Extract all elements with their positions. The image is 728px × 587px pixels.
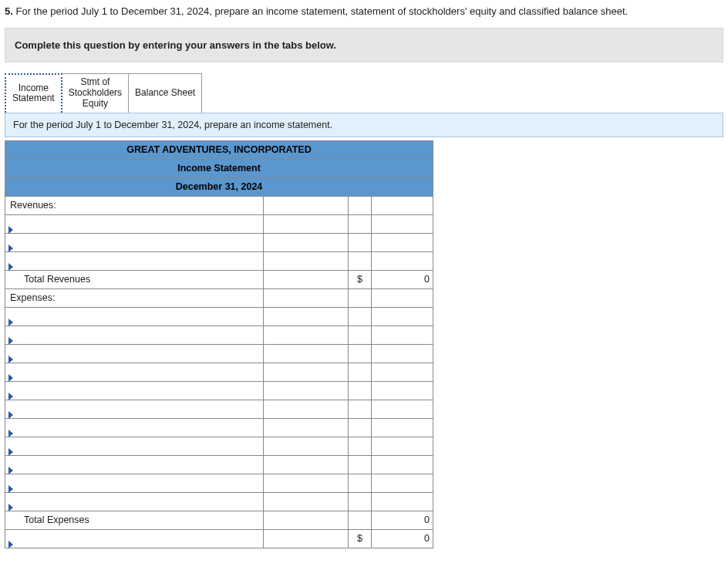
statement-title: Income Statement: [5, 159, 433, 177]
computed-amount: [372, 363, 433, 381]
tab-label: Balance Sheet: [135, 88, 195, 99]
computed-amount: [372, 214, 433, 233]
question-body: For the period July 1 to December 31, 20…: [15, 5, 628, 17]
account-dropdown[interactable]: [5, 492, 264, 511]
account-dropdown[interactable]: [5, 455, 264, 474]
currency-cell: $: [349, 529, 372, 548]
empty-cell: [264, 511, 349, 529]
total-amount: 0: [372, 270, 433, 288]
computed-amount: [372, 418, 433, 437]
total-label: Total Expenses: [5, 511, 264, 529]
amount-input[interactable]: [264, 529, 349, 548]
table-row: $0: [5, 529, 433, 548]
amount-input[interactable]: [264, 363, 349, 381]
currency-cell: [349, 455, 372, 474]
currency-cell: [349, 474, 372, 492]
tabs: Income StatementStmt of Stockholders Equ…: [5, 73, 723, 112]
account-dropdown[interactable]: [5, 214, 264, 233]
statement-date: December 31, 2024: [5, 177, 433, 196]
account-dropdown[interactable]: [5, 233, 264, 251]
table-row: [5, 418, 433, 437]
amount-input[interactable]: [264, 381, 349, 400]
table-row: [5, 233, 433, 251]
currency-cell: [349, 214, 372, 233]
account-dropdown[interactable]: [5, 437, 264, 455]
table-row: [5, 307, 433, 326]
computed-amount: [372, 455, 433, 474]
tab-2[interactable]: Balance Sheet: [129, 73, 202, 112]
computed-amount: [372, 400, 433, 418]
currency-cell: [349, 381, 372, 400]
amount-input[interactable]: [264, 474, 349, 492]
subprompt-bar: For the period July 1 to December 31, 20…: [5, 113, 723, 137]
currency-cell: [349, 251, 372, 270]
income-statement-table: GREAT ADVENTURES, INCORPORATEDIncome Sta…: [5, 140, 433, 548]
computed-amount: [372, 251, 433, 270]
account-dropdown[interactable]: [5, 418, 264, 437]
amount-input[interactable]: [264, 437, 349, 455]
empty-cell: [264, 288, 349, 307]
worksheet: GREAT ADVENTURES, INCORPORATEDIncome Sta…: [5, 140, 723, 548]
empty-cell: [264, 196, 349, 214]
table-row: [5, 214, 433, 233]
currency-cell: [349, 511, 372, 529]
amount-input[interactable]: [264, 400, 349, 418]
table-row: [5, 344, 433, 363]
currency-cell: [349, 233, 372, 251]
table-row: [5, 437, 433, 455]
computed-amount: [372, 344, 433, 363]
account-dropdown[interactable]: [5, 529, 264, 548]
section-label: Revenues:: [5, 196, 264, 214]
amount-input[interactable]: [264, 455, 349, 474]
table-row: Expenses:: [5, 288, 433, 307]
currency-cell: [349, 437, 372, 455]
amount-input[interactable]: [264, 251, 349, 270]
question-text: 5. For the period July 1 to December 31,…: [5, 5, 723, 19]
table-row: [5, 400, 433, 418]
currency-cell: [349, 492, 372, 511]
computed-amount: [372, 326, 433, 344]
amount-input[interactable]: [264, 344, 349, 363]
account-dropdown[interactable]: [5, 326, 264, 344]
account-dropdown[interactable]: [5, 400, 264, 418]
empty-cell: [349, 196, 372, 214]
amount-input[interactable]: [264, 418, 349, 437]
amount-input[interactable]: [264, 233, 349, 251]
computed-amount: [372, 437, 433, 455]
table-row: [5, 474, 433, 492]
table-row: [5, 492, 433, 511]
tab-label: Stmt of Stockholders Equity: [69, 77, 122, 109]
account-dropdown[interactable]: [5, 363, 264, 381]
tab-1[interactable]: Stmt of Stockholders Equity: [62, 73, 129, 112]
currency-cell: $: [349, 270, 372, 288]
currency-cell: [349, 363, 372, 381]
computed-amount: [372, 474, 433, 492]
table-row: [5, 251, 433, 270]
account-dropdown[interactable]: [5, 381, 264, 400]
computed-amount: [372, 492, 433, 511]
account-dropdown[interactable]: [5, 344, 264, 363]
tab-label: Income Statement: [12, 83, 55, 105]
table-row: [5, 326, 433, 344]
currency-cell: [349, 418, 372, 437]
total-amount: 0: [372, 511, 433, 529]
empty-cell: [264, 270, 349, 288]
amount-input[interactable]: [264, 307, 349, 326]
amount-input[interactable]: [264, 326, 349, 344]
amount-input[interactable]: [264, 492, 349, 511]
account-dropdown[interactable]: [5, 251, 264, 270]
currency-cell: [349, 344, 372, 363]
table-row: Total Revenues$0: [5, 270, 433, 288]
account-dropdown[interactable]: [5, 474, 264, 492]
table-row: [5, 381, 433, 400]
tab-0[interactable]: Income Statement: [5, 73, 62, 112]
computed-amount: 0: [372, 529, 433, 548]
question-number: 5.: [5, 5, 13, 17]
empty-cell: [372, 288, 433, 307]
amount-input[interactable]: [264, 214, 349, 233]
computed-amount: [372, 233, 433, 251]
company-header: GREAT ADVENTURES, INCORPORATED: [5, 140, 433, 159]
account-dropdown[interactable]: [5, 307, 264, 326]
currency-cell: [349, 307, 372, 326]
instruction-bar: Complete this question by entering your …: [5, 28, 723, 62]
